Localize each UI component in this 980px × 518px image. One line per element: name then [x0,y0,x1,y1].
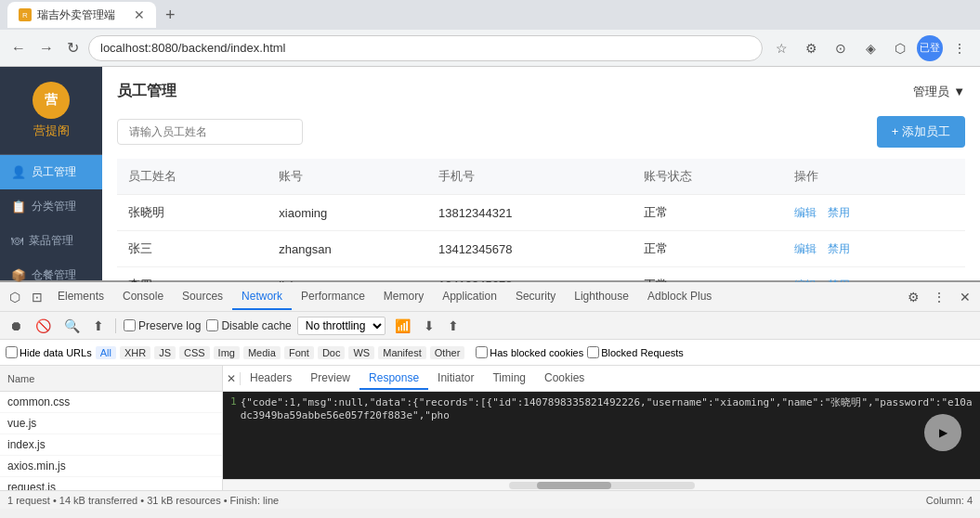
close-devtools-icon[interactable]: ✕ [954,286,976,308]
scrollbar-thumb[interactable] [537,482,611,489]
blocked-cookies-input[interactable] [476,346,488,358]
delete-link[interactable]: 禁用 [828,206,850,219]
extension-icon[interactable]: ⚙ [798,35,824,61]
tab-bar: R 瑞吉外卖管理端 ✕ + [0,0,980,30]
filter-img[interactable]: Img [214,346,240,359]
menu-icon[interactable]: ⋮ [947,35,973,61]
extension2-icon[interactable]: ◈ [857,35,883,61]
cell-actions: 编辑 禁用 [783,231,965,267]
play-button[interactable]: ▶ [924,414,961,451]
file-item[interactable]: axios.min.js [0,456,222,477]
import-icon[interactable]: ⬆ [444,317,463,335]
blocked-cookies-checkbox[interactable]: Has blocked cookies [476,346,583,358]
filter-other[interactable]: Other [430,346,465,359]
subtab-cookies[interactable]: Cookies [535,368,594,390]
tab-security[interactable]: Security [506,284,565,310]
subtab-headers[interactable]: Headers [241,368,301,390]
clear-button[interactable]: 🚫 [32,317,55,335]
profile-button[interactable]: 已登 [917,35,943,61]
edit-link[interactable]: 编辑 [794,206,817,219]
browser-nav-icons: ☆ ⚙ ⊙ ◈ ⬡ 已登 ⋮ [768,35,973,61]
edit-link[interactable]: 编辑 [794,242,817,255]
disable-cache-checkbox[interactable]: Disable cache [206,319,291,332]
filter-xhr[interactable]: XHR [120,346,150,359]
tab-lighthouse[interactable]: Lighthouse [565,284,638,310]
address-bar[interactable]: localhost:8080/backend/index.html [88,35,763,61]
file-item[interactable]: request.js [0,477,222,490]
hide-data-urls-input[interactable] [6,346,18,358]
forward-button[interactable]: → [35,36,58,60]
filter-manifest[interactable]: Manifest [378,346,426,359]
filter-all[interactable]: All [96,346,116,359]
sidebar-label-warehouse: 仓餐管理 [32,267,76,283]
file-item[interactable]: index.js [0,434,222,456]
tab-sources[interactable]: Sources [173,284,232,310]
tab-network[interactable]: Network [232,284,292,310]
cell-phone: 13812344321 [427,195,633,231]
filter-js[interactable]: JS [154,346,176,359]
subtab-panel-close[interactable]: ✕ [227,372,236,385]
tab-performance[interactable]: Performance [292,284,374,310]
preserve-log-checkbox[interactable]: Preserve log [124,319,201,332]
filter-css[interactable]: CSS [179,346,210,359]
cell-status: 正常 [633,195,783,231]
scrollbar-track[interactable] [509,482,695,489]
refresh-button[interactable]: ↻ [63,35,83,60]
file-item[interactable]: vue.js [0,413,222,434]
delete-link[interactable]: 禁用 [828,242,850,255]
subtab-preview[interactable]: Preview [301,368,359,390]
sidebar-item-dish[interactable]: 🍽 菜品管理 [0,224,102,258]
tab-title: 瑞吉外卖管理端 [37,7,115,23]
import-har-button[interactable]: ⬆ [89,317,108,335]
tab-adblock[interactable]: Adblock Plus [638,284,721,310]
col-phone: 手机号 [427,159,633,195]
bookmark-icon[interactable]: ☆ [768,35,794,61]
preserve-log-input[interactable] [124,319,136,331]
subtab-timing[interactable]: Timing [483,368,535,390]
chrome-icon[interactable]: ⊙ [828,35,854,61]
filter-button[interactable]: 🔍 [60,317,84,335]
disable-cache-input[interactable] [206,319,218,331]
tab-close-button[interactable]: ✕ [134,8,145,21]
add-employee-button[interactable]: + 添加员工 [877,116,965,148]
file-item[interactable]: common.css [0,392,222,413]
extension3-icon[interactable]: ⬡ [887,35,913,61]
tab-console[interactable]: Console [113,284,173,310]
network-filter-bar: Hide data URLs All XHR JS CSS Img Media … [0,340,980,366]
blocked-requests-input[interactable] [587,346,599,358]
tab-application[interactable]: Application [433,284,506,310]
filter-doc[interactable]: Doc [318,346,346,359]
network-icon[interactable]: 📶 [391,317,414,335]
subtab-response[interactable]: Response [359,368,428,390]
browser-tab[interactable]: R 瑞吉外卖管理端 ✕ [7,2,156,28]
devtools-pointer-icon[interactable]: ⬡ [4,286,26,308]
cell-name: 张三 [117,231,268,267]
sidebar-item-employee[interactable]: 👤 员工管理 [0,155,102,189]
hide-data-urls-checkbox[interactable]: Hide data URLs [6,346,92,358]
url-text: localhost:8080/backend/index.html [100,41,285,55]
more-icon[interactable]: ⋮ [928,286,950,308]
scrollbar-area[interactable] [223,479,980,490]
record-button[interactable]: ⏺ [6,317,26,335]
search-input[interactable] [117,119,303,145]
page-header: 员工管理 管理员 ▼ [117,82,965,101]
devtools-cursor-icon[interactable]: ⊡ [26,286,48,308]
tab-memory[interactable]: Memory [374,284,433,310]
filter-font[interactable]: Font [284,346,314,359]
throttle-select[interactable]: No throttling [297,317,385,335]
tab-elements[interactable]: Elements [48,284,113,310]
blocked-requests-checkbox[interactable]: Blocked Requests [587,346,684,358]
blocked-requests-label: Blocked Requests [601,347,684,358]
sidebar-label-category: 分类管理 [32,199,76,214]
back-button[interactable]: ← [7,36,30,60]
settings-icon[interactable]: ⚙ [902,286,924,308]
filter-media[interactable]: Media [243,346,281,359]
subtab-initiator[interactable]: Initiator [428,368,483,390]
filter-ws[interactable]: WS [348,346,374,359]
col-status: 账号状态 [633,159,783,195]
new-tab-button[interactable]: + [160,6,181,25]
response-line-number: 1 [230,395,237,408]
dish-icon: 🍽 [11,234,23,248]
export-icon[interactable]: ⬇ [420,317,438,335]
sidebar-item-category[interactable]: 📋 分类管理 [0,189,102,224]
